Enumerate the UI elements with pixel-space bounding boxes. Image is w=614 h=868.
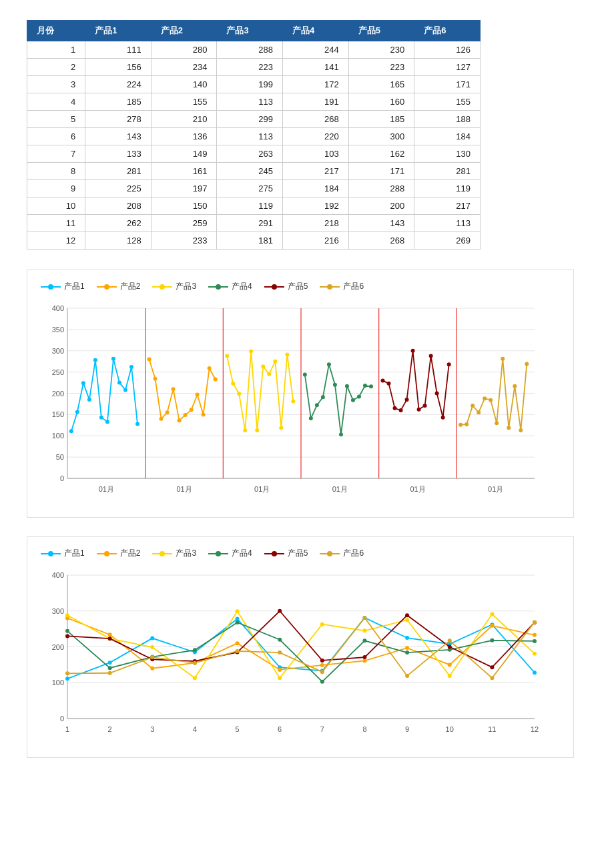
table-cell: 280	[151, 41, 217, 59]
svg-text:10: 10	[446, 725, 454, 733]
svg-point-193	[320, 659, 324, 663]
table-cell: 161	[151, 163, 217, 180]
svg-point-204	[278, 650, 282, 655]
svg-point-168	[278, 676, 282, 680]
table-cell: 278	[85, 111, 151, 128]
table-cell: 171	[414, 76, 481, 93]
svg-point-208	[448, 638, 452, 642]
table-header: 月份	[27, 21, 85, 41]
svg-point-61	[231, 382, 235, 386]
svg-point-94	[417, 408, 421, 412]
svg-text:2: 2	[108, 725, 112, 733]
svg-text:300: 300	[52, 607, 64, 615]
svg-text:9: 9	[405, 725, 409, 733]
svg-point-65	[255, 428, 259, 432]
svg-point-169	[320, 622, 324, 626]
chart2-container: 产品1 产品2 产品3 产品4 产品5	[27, 536, 574, 758]
svg-point-49	[166, 410, 170, 414]
svg-point-5	[160, 284, 165, 290]
legend-item: 产品2	[97, 281, 141, 292]
svg-point-116	[48, 551, 53, 556]
table-cell: 11	[27, 215, 85, 232]
table-cell: 275	[217, 180, 283, 197]
table-cell: 218	[283, 215, 349, 232]
table-cell: 1	[27, 41, 85, 59]
svg-point-46	[147, 358, 151, 362]
svg-point-77	[321, 395, 325, 399]
svg-point-47	[154, 377, 158, 381]
table-cell: 141	[283, 59, 349, 76]
legend-item: 产品1	[41, 548, 85, 559]
svg-point-120	[160, 551, 165, 556]
svg-point-3	[104, 284, 109, 290]
svg-point-202	[193, 661, 197, 665]
svg-point-197	[490, 665, 494, 669]
svg-point-9	[272, 284, 277, 290]
table-cell: 259	[151, 215, 217, 232]
svg-point-75	[309, 416, 313, 420]
table-cell: 225	[85, 180, 151, 197]
svg-point-158	[362, 659, 366, 663]
legend-item: 产品4	[208, 548, 252, 559]
svg-point-103	[465, 422, 469, 426]
svg-point-150	[533, 671, 537, 675]
svg-point-96	[429, 354, 433, 358]
svg-point-175	[65, 629, 69, 633]
svg-point-91	[399, 408, 403, 412]
chart1-area: 40035030025020015010050001月01月01月01月01月0…	[34, 302, 560, 504]
svg-point-162	[533, 633, 537, 637]
svg-point-174	[533, 652, 537, 656]
table-cell: 269	[414, 232, 481, 250]
svg-point-122	[216, 551, 221, 556]
svg-point-35	[87, 398, 91, 402]
svg-point-194	[362, 655, 366, 659]
table-cell: 9	[27, 180, 85, 197]
table-cell: 288	[217, 41, 283, 59]
table-header: 产品1	[85, 21, 151, 41]
table-cell: 133	[85, 145, 151, 163]
svg-point-62	[237, 392, 241, 396]
svg-point-111	[513, 384, 517, 388]
table-cell: 10	[27, 197, 85, 215]
table-cell: 113	[217, 93, 283, 111]
table-cell: 288	[348, 180, 414, 197]
svg-point-82	[351, 398, 355, 402]
svg-point-188	[108, 636, 112, 640]
table-cell: 244	[283, 41, 349, 59]
table-cell: 208	[85, 197, 151, 215]
table-row: 10208150119192200217	[27, 197, 481, 215]
svg-point-183	[405, 650, 409, 655]
svg-point-159	[405, 646, 409, 650]
table-cell: 262	[85, 215, 151, 232]
table-cell: 217	[283, 163, 349, 180]
svg-point-83	[357, 395, 361, 399]
table-row: 3224140199172165171	[27, 76, 481, 93]
svg-point-109	[501, 357, 505, 361]
table-cell: 197	[151, 180, 217, 197]
svg-text:200: 200	[52, 390, 64, 398]
svg-point-11	[327, 284, 332, 290]
svg-point-7	[216, 284, 221, 290]
svg-point-57	[214, 377, 218, 381]
svg-text:250: 250	[52, 368, 64, 376]
svg-point-207	[405, 674, 409, 678]
table-cell: 165	[348, 76, 414, 93]
svg-text:01月: 01月	[488, 485, 503, 493]
table-row: 1111280288244230126	[27, 41, 481, 59]
svg-point-56	[208, 366, 212, 370]
svg-point-141	[150, 636, 154, 640]
svg-point-102	[458, 423, 463, 427]
svg-point-90	[393, 406, 397, 410]
table-cell: 119	[414, 180, 481, 197]
table-cell: 234	[151, 59, 217, 76]
table-cell: 7	[27, 145, 85, 163]
table-cell: 6	[27, 128, 85, 145]
svg-point-85	[369, 384, 373, 388]
svg-point-113	[525, 362, 529, 366]
legend-item: 产品1	[41, 281, 85, 292]
svg-point-167	[236, 609, 240, 613]
svg-text:01月: 01月	[332, 485, 348, 493]
table-cell: 103	[283, 145, 349, 163]
svg-point-143	[236, 617, 240, 621]
table-header: 产品3	[217, 21, 283, 41]
